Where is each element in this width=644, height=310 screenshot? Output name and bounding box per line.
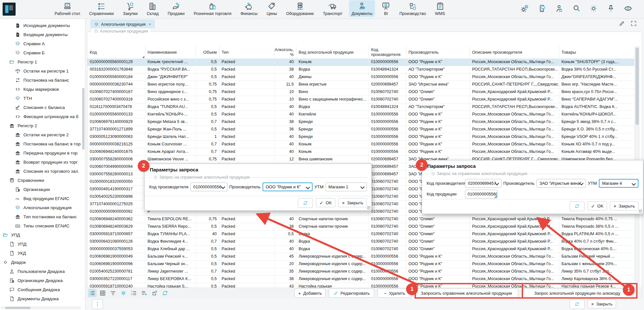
- module-purchases[interactable]: Закупки: [120, 0, 140, 17]
- module-warehouse[interactable]: Склад: [144, 0, 161, 17]
- dialog-ok-button[interactable]: ✓OK: [316, 198, 335, 207]
- collapse-icon[interactable]: [431, 172, 435, 176]
- resize-grip[interactable]: [639, 209, 642, 213]
- sidebar-item-8[interactable]: ТТН: [0, 94, 85, 103]
- eye-icon[interactable]: [624, 4, 632, 13]
- sidebar-item-10[interactable]: Фиксация штрихкодов на б: [0, 112, 85, 121]
- filter-button[interactable]: [109, 289, 117, 297]
- module-bi[interactable]: BI: [379, 0, 393, 17]
- table-row[interactable]: 0100606948240000362Текила ESPOLON RE...0…: [87, 216, 634, 223]
- module-production[interactable]: Производство: [397, 0, 429, 17]
- module-wms[interactable]: WMS: [432, 0, 448, 17]
- list-view-button[interactable]: [88, 289, 97, 297]
- sidebar-item-22[interactable]: Типы списания ЕГАИС: [0, 221, 85, 230]
- sidebar-item-23[interactable]: УПД: [0, 230, 85, 239]
- table-row[interactable]: 0100606948240003629Текила SIERRA Repo...…: [87, 223, 634, 231]
- gear-button[interactable]: [119, 289, 128, 297]
- module-prices[interactable]: Цены: [264, 0, 280, 17]
- table-row[interactable]: 0100607027400000167Вино ординарное с...0…: [87, 88, 634, 96]
- numbered-list-button[interactable]: 12: [130, 289, 138, 297]
- producer-code-select[interactable]: 020000699457: [465, 179, 501, 188]
- dialog-refresh-button[interactable]: [298, 198, 313, 208]
- user-lock-icon[interactable]: [555, 4, 563, 13]
- pin-icon[interactable]: [607, 4, 615, 13]
- tab-alcohol-products[interactable]: Алкогольная продукция ×: [91, 20, 155, 28]
- edit-pencil-icon[interactable]: [619, 20, 625, 27]
- search-icon[interactable]: [572, 4, 581, 13]
- sidebar-item-3[interactable]: Справки Б: [0, 48, 85, 57]
- column-header-6[interactable]: Код производителя: [369, 46, 406, 59]
- sidebar-item-7[interactable]: Коды маркировок: [0, 85, 85, 94]
- table-row[interactable]: 0100000005560000133Коктейль"КОНЬЯЧ-...0,…: [87, 111, 634, 118]
- column-header-3[interactable]: Тип: [219, 46, 275, 59]
- fullscreen-icon[interactable]: [630, 20, 637, 27]
- table-row[interactable]: 0031632000001763848Водка "РУССКАЯ ВА...0…: [87, 66, 634, 74]
- module-retail[interactable]: Розничная торговля: [191, 0, 234, 17]
- sidebar-item-25[interactable]: УКД: [0, 249, 85, 258]
- utm-select[interactable]: Магазин 1: [326, 182, 367, 191]
- sidebar-item-13[interactable]: Постановка на баланс в тор: [0, 139, 85, 148]
- column-header-0[interactable]: Код: [87, 46, 145, 59]
- add-list-button[interactable]: [140, 289, 148, 297]
- sidebar-item-2[interactable]: Справки А: [0, 39, 85, 48]
- brightness-icon[interactable]: [589, 4, 598, 13]
- table-row[interactable]: 0100606948240001675Коньяк Арарат Ахта...…: [87, 148, 634, 156]
- sidebar-item-18[interactable]: Организации: [0, 185, 85, 194]
- resize-grip[interactable]: [367, 206, 371, 210]
- table-row[interactable]: 0100607027400000316Российское вино с з..…: [87, 96, 634, 103]
- sidebar-item-24[interactable]: УПД: [0, 239, 85, 249]
- sidebar-horizontal-scrollbar[interactable]: [1, 306, 81, 309]
- sidebar-item-4[interactable]: Регистр 1: [0, 57, 85, 66]
- dialog-ok-button[interactable]: ✓OK: [587, 201, 607, 210]
- close-form-button[interactable]: ×Закрыть: [587, 299, 616, 308]
- sidebar-item-20[interactable]: Алкогольная продукция: [0, 203, 85, 212]
- module-equipment[interactable]: Оборудование: [284, 0, 316, 17]
- dialog-close-button[interactable]: ×Закрыть: [338, 198, 367, 207]
- producer-select[interactable]: ЗАО "Игристые вина": [536, 179, 586, 188]
- sync-button[interactable]: [161, 289, 169, 297]
- column-header-2[interactable]: Объем: [196, 46, 219, 59]
- column-header-5[interactable]: Вид алкогольной продукции: [296, 46, 369, 59]
- column-header-4[interactable]: Алкоголь, %: [275, 46, 296, 59]
- producer-code-select[interactable]: 010000000556: [190, 182, 227, 191]
- sidebar-item-6[interactable]: Постановка на баланс: [0, 75, 85, 85]
- table-row[interactable]: 0300005918710000240Настойка горькая S...…: [87, 283, 634, 288]
- product-code-input[interactable]: 0100000005560000: [465, 190, 497, 198]
- export-button[interactable]: [150, 289, 159, 297]
- utm-select[interactable]: Магазин 4: [599, 179, 638, 188]
- sidebar-item-28[interactable]: Организации Диадока: [0, 276, 85, 285]
- tab-close-icon[interactable]: ×: [148, 22, 151, 27]
- action-button-4[interactable]: Запрос алкогольной продукции по алкокоду: [522, 289, 633, 298]
- sidebar-item-0[interactable]: Исходящие документы: [0, 21, 85, 30]
- table-row[interactable]: 0300006431080000126Водка Финляндия 4...0…: [87, 238, 634, 246]
- sidebar-item-5[interactable]: Остатки на регистре 1: [0, 66, 85, 75]
- sidebar-item-27[interactable]: Пользователи Диадока: [0, 267, 85, 276]
- sidebar-item-1[interactable]: Входящие документы: [0, 30, 85, 39]
- table-row[interactable]: 0100540025230000781Ликер Jagermeister ..…: [87, 268, 634, 276]
- action-button-0[interactable]: +Добавить: [294, 289, 326, 298]
- collapse-icon[interactable]: [154, 175, 158, 179]
- sidebar-item-11[interactable]: Регистр 2: [0, 121, 85, 130]
- sidebar-item-21[interactable]: Тип постановки на баланс: [0, 212, 85, 221]
- action-button-1[interactable]: Редактировать: [329, 289, 374, 298]
- refresh-button[interactable]: [570, 299, 585, 309]
- sidebar-item-9[interactable]: Списания с баланса: [0, 103, 85, 112]
- producer-select[interactable]: ООО "Родник и К": [263, 182, 313, 191]
- sidebar-item-30[interactable]: Документы Диадока: [0, 294, 85, 303]
- column-header-8[interactable]: Описание производителя: [470, 46, 559, 59]
- module-transport[interactable]: Транспорт: [320, 0, 345, 17]
- table-row[interactable]: 0100606981900000096Бальзам Черный зн...0…: [87, 261, 634, 268]
- column-header-9[interactable]: Товары: [559, 46, 637, 59]
- table-row[interactable]: 0000000000038216125Коньяк Courvoisier ..…: [87, 141, 634, 148]
- sidebar-item-15[interactable]: Возврат продукции из торг: [0, 157, 85, 167]
- table-row[interactable]: 0300005123090000063Бренди Шатель Нап...1…: [87, 133, 634, 141]
- column-header-1[interactable]: Наименование: [145, 46, 196, 59]
- table-row[interactable]: 0100000005560000184Джин "ДЖИНФИТЕР"0,5Pa…: [87, 74, 634, 81]
- sidebar-item-17[interactable]: Справочники: [0, 176, 85, 185]
- table-row[interactable]: 0100000005560000129Коньяк трехлетний ...…: [87, 59, 634, 66]
- collapse-icon[interactable]: [94, 29, 98, 33]
- settings-gears-icon[interactable]: [521, 4, 529, 13]
- module-desktop[interactable]: Рабочий стол: [52, 0, 83, 17]
- sidebar-vertical-scrollbar[interactable]: [82, 88, 84, 150]
- table-row[interactable]: 0100606976140000829Бренди Metaxa 5 зв...…: [87, 118, 634, 126]
